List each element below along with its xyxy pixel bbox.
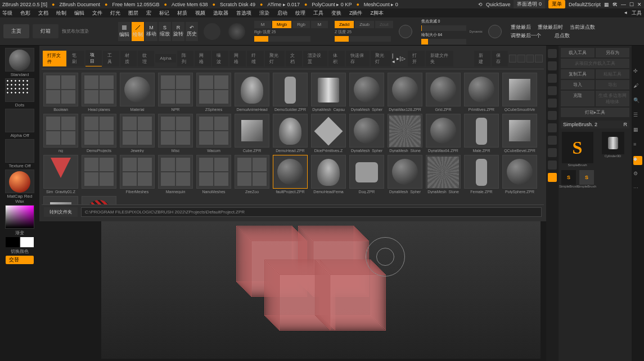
menus-button[interactable]: 菜单 (548, 0, 565, 8)
bool-preview[interactable]: 预览布尔渲染 (62, 28, 89, 34)
zsub-toggle[interactable]: Zsub (355, 21, 374, 28)
lightbox-item[interactable]: Jewelry (119, 114, 155, 153)
undo-before[interactable]: 重做最后 (511, 24, 531, 31)
menu-item[interactable]: 标记 (159, 10, 169, 17)
lightbox-item[interactable]: DynaWax128.ZPR (387, 73, 423, 112)
lb-tab[interactable]: 噪波 (212, 51, 228, 66)
lightbox-item[interactable]: NPR (157, 73, 193, 112)
rollback-icon[interactable]: ⟲ (478, 2, 483, 7)
subtool-icon[interactable] (548, 49, 557, 58)
drawsize-slider[interactable] (421, 39, 466, 44)
lightbox-item[interactable]: Male.ZPR (463, 114, 499, 153)
floor-icon[interactable] (548, 136, 557, 145)
lb-tab-projects[interactable]: 项目 (85, 50, 102, 66)
texture-picker[interactable] (5, 139, 34, 163)
menu-item[interactable]: Z插件 (349, 10, 363, 17)
lightbox-item[interactable]: DicePrimitives.Z (310, 114, 346, 153)
lb-tab[interactable]: Alpha (155, 54, 175, 63)
divider-icon[interactable]: ✣ (633, 68, 642, 77)
lightbox-item[interactable]: DynaMesh_Spher (387, 155, 423, 194)
mini-tool[interactable]: S (579, 170, 594, 185)
mode-draw[interactable]: 绘制 (132, 22, 144, 41)
menu-item[interactable]: 文件 (92, 10, 102, 17)
load-tool-button[interactable]: 载入工具 (561, 48, 595, 57)
lightbox-item[interactable]: ng (43, 114, 79, 153)
lightbox-item[interactable]: QCubeSmooth.ZP (43, 196, 79, 204)
brush-icon[interactable]: 🖌 (633, 83, 642, 92)
swatch-white[interactable] (20, 237, 34, 247)
color-picker[interactable] (5, 205, 34, 229)
focal-slider[interactable] (421, 25, 466, 31)
lb-tab[interactable]: 笔刷 (67, 51, 84, 66)
lightbox-item[interactable]: Boolean (43, 73, 79, 112)
view-list-icon[interactable] (535, 55, 543, 63)
path-input[interactable] (81, 207, 542, 217)
menu-item[interactable]: 首选项 (236, 10, 251, 17)
lb-tab[interactable]: 纤维 (247, 51, 263, 66)
menu-item[interactable]: 变换 (331, 10, 341, 17)
lightbox-tools-button[interactable]: 灯箱▸工具 (561, 108, 629, 117)
lb-tab[interactable]: 快速保存 (346, 51, 370, 66)
lightbox-item[interactable]: Mannequin (157, 155, 193, 194)
lightbox-item[interactable]: DynaMesh_Stone (425, 155, 461, 194)
subtool-r[interactable]: R (624, 122, 628, 127)
lightbox-item[interactable]: QCubeBevel.ZPR (502, 114, 538, 153)
menu-item[interactable]: Z脚本 (371, 10, 384, 17)
lightbox-item[interactable]: Sim_Gravity01.Z (43, 155, 79, 194)
menu-item[interactable]: 渲染 (259, 10, 269, 17)
zadd-toggle[interactable]: Zadd (335, 21, 354, 28)
nav-prev-icon[interactable]: |◂ (392, 53, 395, 64)
m2-toggle[interactable]: M (311, 21, 328, 28)
lightbox-item[interactable]: Grid.ZPR (425, 73, 461, 112)
default-zscript[interactable]: DefaultZScript (569, 2, 601, 7)
bars-icon[interactable]: ≡ (633, 141, 642, 150)
gear-icon[interactable]: ⚙ (633, 171, 642, 180)
lightbox-item[interactable]: Dog.ZPR (349, 155, 385, 194)
menu-item[interactable]: 工具 (313, 10, 323, 17)
brush-picker[interactable] (5, 48, 34, 72)
alt-button[interactable]: 交替 (6, 256, 34, 264)
lb-tab[interactable]: 聚光灯 (265, 51, 285, 66)
menu-item[interactable]: 启动 (277, 10, 287, 17)
more-icon[interactable]: ⋯ (633, 185, 642, 194)
switch-label[interactable]: 切换颜色 (11, 248, 29, 255)
lightbox-tab[interactable]: 灯箱 (33, 24, 58, 38)
wrench-icon[interactable]: 🛠 (613, 2, 618, 7)
menu-item[interactable]: 图层 (128, 10, 138, 17)
lightbox-item[interactable]: DynaWax64.ZPR (425, 114, 461, 153)
import-button[interactable]: 导入 (561, 80, 595, 90)
lb-tab[interactable]: 阵列 (177, 51, 193, 66)
lightbox-item[interactable]: Wacom (196, 114, 232, 153)
lightbox-item[interactable]: faultProject.ZPR (272, 155, 308, 194)
lb-tab[interactable]: 工具 (103, 51, 119, 66)
menu-item[interactable]: 宏 (146, 10, 151, 17)
lb-save-button[interactable]: 保存 (492, 51, 508, 66)
lightbox-item[interactable]: Material (119, 73, 155, 112)
lb-tab[interactable]: 网格 (229, 51, 246, 66)
menu-item[interactable]: 色彩 (20, 10, 30, 17)
stroke-picker[interactable] (5, 78, 34, 102)
copy-tool-button[interactable]: 复制工具 (561, 69, 595, 79)
view-small-icon[interactable] (526, 55, 534, 63)
lightbox-item[interactable]: Head planes (81, 73, 117, 112)
rgb-intensity-slider[interactable] (254, 36, 310, 42)
minimize-icon[interactable]: — (621, 2, 626, 7)
paste-tool-button[interactable]: 粘贴工具 (596, 69, 629, 79)
view-large-icon[interactable] (509, 55, 517, 63)
lightbox-item[interactable] (81, 155, 117, 194)
material-picker[interactable] (5, 170, 34, 193)
lb-newfolder-button[interactable]: 新建文件夹 (426, 51, 453, 66)
goto-folder-button[interactable]: 转到文件夹 (44, 207, 78, 217)
size-curve-button[interactable] (488, 25, 502, 38)
layout-icon[interactable]: ▦ (604, 2, 609, 7)
lightbox-item[interactable]: Misc (157, 114, 193, 153)
mrgb-toggle[interactable]: Mrgb (272, 21, 291, 28)
save-as-button[interactable]: 另存为 (596, 48, 629, 57)
focal-curve-button[interactable] (399, 25, 412, 38)
grid2-icon[interactable]: ▦ (633, 127, 642, 136)
m-toggle[interactable]: M (254, 21, 271, 28)
mini-tool[interactable]: S (561, 170, 576, 185)
view-transparent[interactable]: 界面透明 0 (514, 0, 545, 8)
lightbox-item[interactable]: DemoAnimeHead (234, 73, 270, 112)
home-tab[interactable]: 主页 (3, 24, 29, 38)
